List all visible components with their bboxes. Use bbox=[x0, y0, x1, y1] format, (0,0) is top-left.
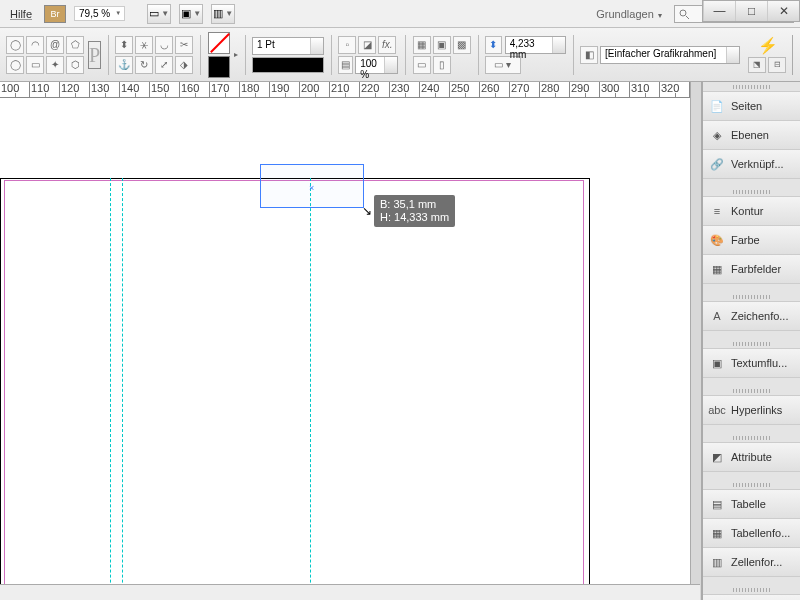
panel-stroke[interactable]: ≡Kontur bbox=[703, 196, 800, 226]
table-icon: ▤ bbox=[709, 496, 725, 512]
right-panel-dock: 📄Seiten◈Ebenen🔗Verknüpf...≡Kontur🎨Farbe▦… bbox=[702, 82, 800, 600]
frame-center-icon: × bbox=[309, 183, 314, 193]
panel-label: Zeichenfo... bbox=[731, 310, 788, 322]
panel-label: Attribute bbox=[731, 451, 772, 463]
chain-icon[interactable]: ⊟ bbox=[768, 57, 786, 73]
panel-links[interactable]: 🔗Verknüpf... bbox=[703, 149, 800, 179]
bridge-button[interactable]: Br bbox=[44, 5, 66, 23]
pages-icon: 📄 bbox=[709, 98, 725, 114]
maximize-button[interactable]: □ bbox=[735, 1, 767, 21]
panel-attributes[interactable]: ◩Attribute bbox=[703, 442, 800, 472]
scale-icon[interactable]: ⤢ bbox=[155, 56, 173, 74]
effects-icon[interactable]: ▫ bbox=[338, 36, 356, 54]
fill-none-icon[interactable] bbox=[208, 32, 230, 54]
margin-guide bbox=[4, 180, 584, 596]
rect-tool-icon[interactable]: ▭ bbox=[26, 56, 44, 74]
eyedropper-icon[interactable]: ⚹ bbox=[135, 36, 153, 54]
attributes-icon: ◩ bbox=[709, 449, 725, 465]
panel-pages[interactable]: 📄Seiten bbox=[703, 91, 800, 121]
vertical-guide[interactable] bbox=[110, 178, 111, 600]
panel-label: Tabelle bbox=[731, 498, 766, 510]
char-styles-icon: A bbox=[709, 308, 725, 324]
panel-text-wrap[interactable]: ▣Textumflu... bbox=[703, 348, 800, 378]
panel-label: Seiten bbox=[731, 100, 762, 112]
panel-layers[interactable]: ◈Ebenen bbox=[703, 120, 800, 150]
vertical-guide[interactable] bbox=[310, 178, 311, 600]
anchor-icon[interactable]: ⚓ bbox=[115, 56, 133, 74]
toolbar-expand-icon[interactable] bbox=[792, 35, 794, 75]
wrap-shape-icon[interactable]: ▩ bbox=[453, 36, 471, 54]
panel-table[interactable]: ▤Tabelle bbox=[703, 489, 800, 519]
cell-styles-icon: ▥ bbox=[709, 554, 725, 570]
cursor-crosshair-icon: ↘ bbox=[362, 204, 372, 218]
stroke-icon: ≡ bbox=[709, 203, 725, 219]
text-frame-icon[interactable]: P bbox=[88, 41, 101, 69]
shadow-icon[interactable]: ◪ bbox=[358, 36, 376, 54]
panel-hyperlinks[interactable]: abcHyperlinks bbox=[703, 395, 800, 425]
vertical-guide[interactable] bbox=[122, 178, 123, 600]
link-icon[interactable]: ⬔ bbox=[748, 57, 766, 73]
wrap-col-icon[interactable]: ▯ bbox=[433, 56, 451, 74]
hex-tool-icon[interactable]: ⬡ bbox=[66, 56, 84, 74]
workspace-label[interactable]: Grundlagen ▾ bbox=[592, 8, 666, 20]
measure-field[interactable]: 4,233 mm bbox=[505, 36, 566, 54]
opacity-icon: ▤ bbox=[338, 56, 353, 74]
shape-tools: ◯ ◠ @ ⬠ ◯ ▭ ✦ ⬡ bbox=[6, 36, 84, 74]
window-controls: ― □ ✕ bbox=[702, 0, 800, 22]
screen-mode-button[interactable]: ▭▼ bbox=[147, 4, 171, 24]
panel-swatches[interactable]: ▦Farbfelder bbox=[703, 254, 800, 284]
drawn-frame[interactable]: × bbox=[260, 164, 364, 208]
stroke-weight-field[interactable]: 1 Pt bbox=[252, 37, 324, 55]
document-canvas[interactable]: × ↘ B: 35,1 mm H: 14,333 mm bbox=[0, 98, 700, 600]
close-button[interactable]: ✕ bbox=[767, 1, 799, 21]
panel-collapse-strip[interactable] bbox=[690, 82, 702, 600]
panel-char-styles[interactable]: AZeichenfo... bbox=[703, 301, 800, 331]
panel-label: Verknüpf... bbox=[731, 158, 784, 170]
quick-apply-icon[interactable]: ⚡ bbox=[750, 36, 786, 55]
links-icon: 🔗 bbox=[709, 156, 725, 172]
polygon-tool-icon[interactable]: ⬠ bbox=[66, 36, 84, 54]
panel-label: Ebenen bbox=[731, 129, 769, 141]
fx-icon[interactable]: fx. bbox=[378, 36, 396, 54]
opacity-field[interactable]: 100 % bbox=[355, 56, 398, 74]
gradient-icon[interactable]: ⬍ bbox=[115, 36, 133, 54]
scissors-icon[interactable]: ✂ bbox=[175, 36, 193, 54]
panel-cell-styles[interactable]: ▥Zellenfor... bbox=[703, 547, 800, 577]
spiral-tool-icon[interactable]: @ bbox=[46, 36, 64, 54]
text-wrap-icon: ▣ bbox=[709, 355, 725, 371]
panel-label: Farbfelder bbox=[731, 263, 781, 275]
view-options-button[interactable]: ▥▼ bbox=[211, 4, 235, 24]
panel-label: Farbe bbox=[731, 234, 760, 246]
panel-para-styles[interactable]: ¶Absatzfor... bbox=[703, 594, 800, 600]
layers-icon: ◈ bbox=[709, 127, 725, 143]
arrange-button[interactable]: ▣▼ bbox=[179, 4, 203, 24]
horizontal-scrollbar[interactable] bbox=[0, 584, 700, 600]
style-icon: ◧ bbox=[580, 46, 598, 64]
stroke-style-dropdown[interactable] bbox=[252, 57, 324, 73]
rotate-icon[interactable]: ↻ bbox=[135, 56, 153, 74]
object-style-dropdown[interactable]: [Einfacher Grafikrahmen] bbox=[600, 46, 740, 64]
arc-tool-icon[interactable]: ◠ bbox=[26, 36, 44, 54]
table-styles-icon: ▦ bbox=[709, 525, 725, 541]
ellipse2-tool-icon[interactable]: ◯ bbox=[6, 56, 24, 74]
panel-table-styles[interactable]: ▦Tabellenfo... bbox=[703, 518, 800, 548]
zoom-dropdown[interactable]: 79,5 % bbox=[74, 6, 125, 21]
wrap-bbox-icon[interactable]: ▣ bbox=[433, 36, 451, 54]
panel-color[interactable]: 🎨Farbe bbox=[703, 225, 800, 255]
horizontal-ruler[interactable]: 1001101201301401501601701801902002102202… bbox=[0, 82, 720, 98]
wrap-jump-icon[interactable]: ▭ bbox=[413, 56, 431, 74]
color-icon: 🎨 bbox=[709, 232, 725, 248]
panel-label: Hyperlinks bbox=[731, 404, 782, 416]
swatches-icon: ▦ bbox=[709, 261, 725, 277]
help-menu[interactable]: Hilfe bbox=[6, 6, 36, 22]
star-tool-icon[interactable]: ✦ bbox=[46, 56, 64, 74]
control-toolbar: ◯ ◠ @ ⬠ ◯ ▭ ✦ ⬡ P ⬍ ⚹ ◡ ✂ ⚓ ↻ ⤢ ⬗ ▸ 1 Pt… bbox=[0, 28, 800, 82]
shear-icon[interactable]: ⬗ bbox=[175, 56, 193, 74]
path-icon[interactable]: ◡ bbox=[155, 36, 173, 54]
panel-label: Zellenfor... bbox=[731, 556, 782, 568]
minimize-button[interactable]: ― bbox=[703, 1, 735, 21]
stroke-fill-icon[interactable] bbox=[208, 56, 230, 78]
measure-icon: ⬍ bbox=[485, 36, 502, 54]
ellipse-tool-icon[interactable]: ◯ bbox=[6, 36, 24, 54]
wrap-none-icon[interactable]: ▦ bbox=[413, 36, 431, 54]
